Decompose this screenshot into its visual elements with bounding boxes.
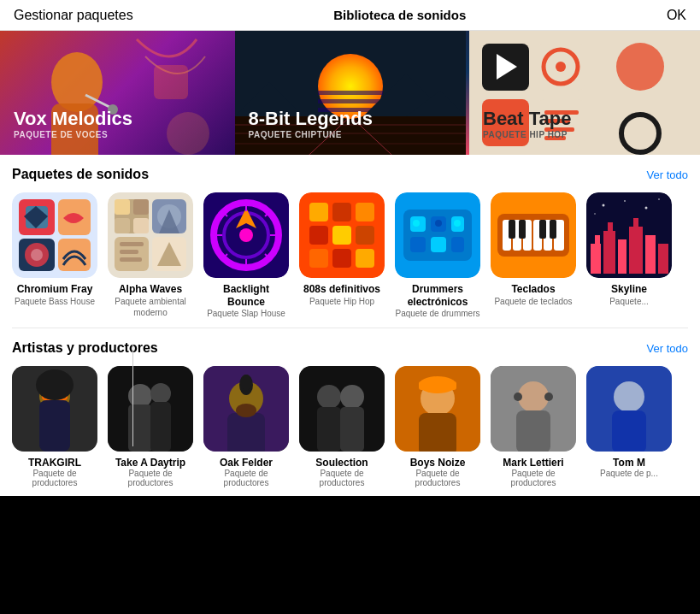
pack-skyline-name: Skyline [611,283,647,295]
svg-point-126 [36,369,74,400]
pack-808s-name: 808s definitivos [303,283,380,295]
svg-rect-147 [419,381,456,390]
svg-rect-113 [645,235,656,274]
artist-oak[interactable]: Oak Felder Paquete de productores [203,366,289,487]
banner-beat[interactable]: Beat Tape PAQUETE HIP HOP [469,31,700,155]
svg-rect-79 [309,249,328,268]
banner-vox[interactable]: Vox Melodics PAQUETE DE VOCES [0,31,235,155]
svg-rect-103 [539,220,546,239]
pack-alpha[interactable]: Alpha Waves Paquete ambiental moderno [108,192,193,319]
artist-tom-type: Paquete de p... [600,469,658,478]
packs-see-all[interactable]: Ver todo [647,168,688,181]
artists-see-all[interactable]: Ver todo [647,342,688,355]
artist-take-type: Paquete de productores [108,469,193,487]
artist-soulection[interactable]: Soulection Paquete de productores [299,366,385,487]
artist-soulection-photo [299,366,385,452]
packs-section-header: Paquetes de sonidos Ver todo [12,167,688,182]
svg-point-151 [514,393,522,401]
pack-drummers-icon [395,192,480,278]
svg-rect-75 [356,203,374,221]
svg-rect-142 [340,407,364,452]
svg-point-33 [616,43,664,91]
pack-chromium[interactable]: Chromium Fray Paquete Bass House [12,192,97,319]
artist-oak-photo [203,366,289,452]
svg-point-139 [317,385,341,409]
svg-point-116 [624,200,626,202]
svg-point-90 [413,220,420,227]
packs-row: Chromium Fray Paquete Bass House [12,192,688,319]
pack-backlight[interactable]: Backlight Bounce Paquete Slap House [203,192,289,319]
header: Gestionar paquetes Biblioteca de sonidos… [0,0,700,31]
svg-rect-56 [120,257,142,262]
artist-tom-photo [586,366,672,452]
svg-point-141 [340,385,364,409]
artist-take[interactable]: Take A Daytrip Paquete de productores [108,366,193,487]
pack-drummers-type: Paquete de drummers [396,308,480,319]
svg-point-63 [239,228,253,242]
pack-drummers-name: Drummers electrónicos [395,283,480,308]
ok-button[interactable]: OK [667,8,686,23]
pack-skyline-icon [586,192,672,278]
packs-section: Paquetes de sonidos Ver todo [0,155,700,328]
artist-tom[interactable]: Tom M Paquete de p... [586,366,672,487]
pack-chromium-name: Chromium Fray [17,283,93,295]
pack-skyline[interactable]: Skyline Paquete... [586,192,672,319]
artist-trakgirl[interactable]: TRAKGIRL Paquete de productores [12,366,97,487]
svg-point-92 [454,220,461,227]
banner-bit-text: 8-Bit Legends PAQUETE CHIPTUNE [249,108,373,139]
pack-backlight-icon [203,192,289,278]
pack-alpha-icon [108,192,193,278]
artist-soulection-type: Paquete de productores [299,469,385,487]
svg-point-154 [614,381,644,412]
artist-boys-photo [395,366,480,452]
svg-rect-136 [243,375,250,390]
svg-point-149 [518,381,549,412]
artist-mark[interactable]: Mark Lettieri Paquete de productores [491,366,576,487]
pack-teclados-type: Paquete de teclados [494,296,572,307]
artists-section-header: Artistas y productores Ver todo [12,340,688,356]
svg-rect-48 [115,218,130,233]
svg-rect-145 [419,413,456,452]
svg-rect-114 [658,244,668,274]
artist-take-photo [108,366,193,452]
svg-point-91 [435,220,442,227]
artist-take-name: Take A Daytrip [115,457,185,469]
svg-rect-101 [509,220,515,239]
artist-boys-name: Boys Noize [410,457,466,469]
artist-mark-photo [491,366,576,452]
svg-point-115 [603,204,605,207]
pack-808s[interactable]: 808s definitivos Paquete Hip Hop [299,192,385,319]
banner-vox-text: Vox Melodics PAQUETE DE VOCES [14,108,132,139]
svg-rect-104 [550,220,556,239]
pack-teclados[interactable]: Teclados Paquete de teclados [491,192,576,319]
svg-rect-77 [332,226,351,245]
manage-packages-link[interactable]: Gestionar paquetes [14,8,133,23]
pack-alpha-type: Paquete ambiental moderno [108,296,193,318]
svg-rect-106 [591,244,601,274]
artist-boys-type: Paquete de productores [395,469,480,487]
svg-rect-80 [332,249,351,268]
pack-backlight-name: Backlight Bounce [203,283,289,308]
svg-rect-109 [608,222,613,233]
artist-boys[interactable]: Boys Noize Paquete de productores [395,366,480,487]
svg-rect-110 [618,239,626,274]
svg-rect-55 [120,250,138,254]
svg-point-152 [544,393,553,401]
artist-oak-type: Paquete de productores [203,469,289,487]
svg-point-137 [236,404,256,417]
pack-teclados-name: Teclados [511,283,555,295]
svg-point-26 [556,62,566,72]
artists-section: Artistas y productores Ver todo [0,328,700,496]
artists-section-title: Artistas y productores [12,340,158,356]
svg-rect-16 [318,99,383,103]
svg-rect-89 [451,237,464,252]
svg-rect-73 [309,203,328,221]
svg-rect-4 [154,65,188,99]
banner-bit[interactable]: 8-Bit Legends PAQUETE CHIPTUNE [235,31,470,155]
pack-drummers[interactable]: Drummers electrónicos Paquete de drummer… [395,192,480,319]
svg-rect-107 [595,235,600,244]
artist-soulection-name: Soulection [315,457,368,469]
pack-808s-type: Paquete Hip Hop [309,296,374,307]
svg-rect-76 [309,226,328,245]
svg-rect-15 [318,91,383,95]
